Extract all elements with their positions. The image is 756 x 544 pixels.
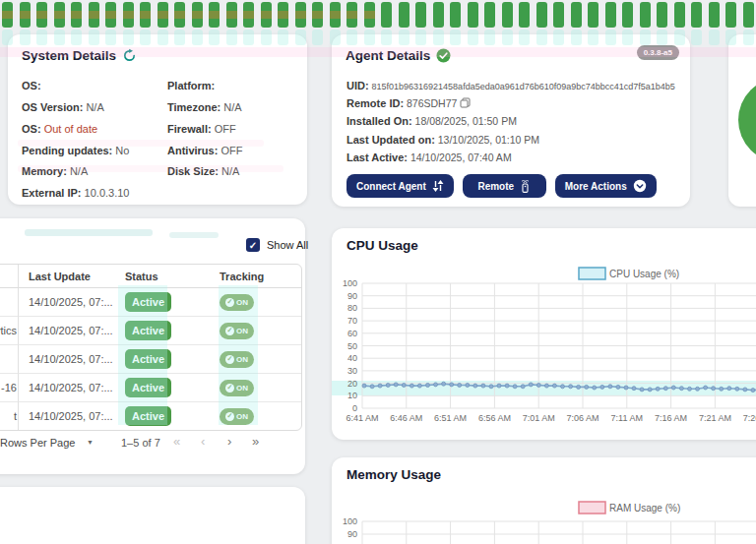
cell-name-fragment: -16	[0, 374, 19, 402]
tracking-toggle[interactable]: ✓ON	[220, 323, 254, 339]
system-details-card: System Details OS: OS Version: N/AOS: Ou…	[8, 34, 307, 205]
system-details-title: System Details	[22, 48, 116, 63]
status-block	[71, 2, 82, 28]
more-actions-button[interactable]: More Actions	[555, 174, 657, 198]
svg-text:7:01 AM: 7:01 AM	[523, 413, 555, 423]
status-block	[20, 2, 31, 28]
pagination-range: 1–5 of 7	[121, 437, 160, 449]
col-header-status: Status	[121, 265, 218, 288]
cell-last-update: 14/10/2025, 07:...	[19, 374, 121, 402]
table-row[interactable]: ytics14/10/2025, 07:...Active✓ON	[0, 317, 301, 345]
svg-text:40: 40	[347, 353, 357, 363]
remote-button[interactable]: Remote	[463, 174, 546, 198]
next-page-icon[interactable]: ›	[227, 434, 231, 449]
table-row[interactable]: 14/10/2025, 07:...Active✓ON	[0, 288, 301, 317]
cell-last-update: 14/10/2025, 07:...	[19, 345, 121, 374]
svg-text:CPU Usage (%): CPU Usage (%)	[609, 269, 679, 279]
svg-text:70: 70	[347, 316, 357, 326]
status-block	[36, 2, 47, 28]
status-block	[519, 2, 530, 28]
status-block	[312, 2, 323, 28]
gauge-chart	[738, 78, 756, 162]
system-field: Firewall: OFF	[167, 123, 236, 135]
svg-text:7:06 AM: 7:06 AM	[566, 413, 598, 423]
system-field: OS:	[22, 80, 41, 91]
table-row[interactable]: -1614/10/2025, 07:...Active✓ON	[0, 374, 301, 402]
status-block-ghost	[312, 30, 323, 45]
cell-name-fragment: t	[0, 402, 19, 430]
status-block	[105, 2, 116, 28]
tracking-toggle[interactable]: ✓ON	[220, 408, 254, 425]
svg-text:6:51 AM: 6:51 AM	[434, 413, 467, 423]
cell-status: Active	[121, 402, 218, 430]
agent-field: Remote ID: 876SDH77	[346, 97, 471, 109]
tracking-toggle[interactable]: ✓ON	[220, 294, 254, 311]
agent-details-title: Agent Details	[346, 48, 430, 63]
first-page-icon[interactable]: «	[173, 434, 180, 449]
cell-status: Active	[121, 317, 218, 345]
system-field: Disk Size: N/A	[167, 165, 239, 177]
rows-per-page-label[interactable]: Rows Per Page	[0, 437, 75, 449]
tracking-toggle[interactable]: ✓ON	[220, 351, 254, 368]
status-block	[588, 2, 598, 28]
status-block	[450, 2, 461, 28]
status-block	[2, 2, 13, 28]
status-block	[709, 2, 720, 28]
connect-icon	[432, 180, 444, 192]
copy-icon[interactable]	[460, 97, 471, 108]
svg-text:30: 30	[347, 366, 357, 376]
svg-text:RAM Usage (%): RAM Usage (%)	[609, 503, 680, 514]
status-block	[640, 2, 651, 28]
svg-text:7:26 AM: 7:26 AM	[743, 413, 756, 423]
cell-status: Active	[121, 374, 218, 402]
connect-agent-button[interactable]: Connect Agent	[346, 174, 454, 198]
agent-version-badge: 0.3.8-a5	[637, 45, 679, 60]
system-field: OS: Out of date	[22, 123, 97, 135]
prev-page-icon[interactable]: ‹	[201, 434, 205, 449]
agent-field: Last Active: 14/10/2025, 07:40 AM	[346, 151, 512, 163]
status-block	[295, 2, 306, 28]
status-block	[89, 2, 99, 28]
col-header-last-update: Last Update	[19, 265, 121, 288]
table-row[interactable]: 14/10/2025, 07:...Active✓ON	[0, 345, 301, 374]
status-block	[346, 2, 357, 28]
cell-tracking: ✓ON	[218, 374, 301, 402]
rows-per-page-caret-icon[interactable]: ▼	[87, 439, 94, 446]
cell-name-fragment	[0, 345, 19, 374]
svg-text:6:56 AM: 6:56 AM	[478, 413, 511, 423]
table-row[interactable]: t14/10/2025, 07:...Active✓ON	[0, 402, 301, 430]
status-block	[725, 2, 736, 28]
table-pagination: Rows Per Page ▼ 1–5 of 7 « ‹ › »	[0, 433, 305, 454]
check-icon: ✓	[225, 327, 234, 335]
cpu-usage-chart: 01020304050607080901006:41 AM6:46 AM6:51…	[332, 228, 756, 440]
svg-text:90: 90	[347, 529, 357, 539]
status-block-ghost	[691, 30, 702, 45]
status-badge: Active	[125, 321, 171, 340]
tracking-toggle[interactable]: ✓ON	[220, 380, 254, 396]
status-block	[226, 2, 237, 28]
refresh-icon[interactable]	[122, 48, 137, 63]
cell-tracking: ✓ON	[218, 345, 301, 374]
status-badge: Active	[125, 378, 171, 397]
tracking-table-card: ✓ Show All Last Update Status Tracking 1…	[0, 218, 305, 474]
show-all-checkbox[interactable]: ✓ Show All	[246, 238, 308, 252]
last-page-icon[interactable]: »	[252, 434, 259, 449]
gauge-card	[728, 34, 756, 207]
cell-name-fragment: ytics	[0, 317, 19, 345]
status-block	[536, 2, 547, 28]
svg-text:7:11 AM: 7:11 AM	[611, 413, 643, 423]
status-strip	[2, 2, 756, 28]
checkbox-checked-icon[interactable]: ✓	[246, 238, 260, 252]
svg-text:7:16 AM: 7:16 AM	[655, 413, 687, 423]
cell-name-fragment	[0, 288, 19, 317]
memory-usage-title: Memory Usage	[346, 467, 441, 482]
status-block	[330, 2, 341, 28]
system-field: Memory: N/A	[22, 165, 88, 177]
chevron-down-circle-icon	[633, 179, 647, 193]
system-field: Platform:	[167, 80, 215, 91]
system-field: Antivirus: OFF	[167, 145, 242, 156]
cpu-usage-card: CPU Usage 01020304050607080901006:41 AM6…	[332, 228, 756, 440]
cell-status: Active	[121, 345, 218, 374]
status-badge: Active	[125, 349, 171, 369]
cell-last-update: 14/10/2025, 07:...	[19, 288, 121, 317]
